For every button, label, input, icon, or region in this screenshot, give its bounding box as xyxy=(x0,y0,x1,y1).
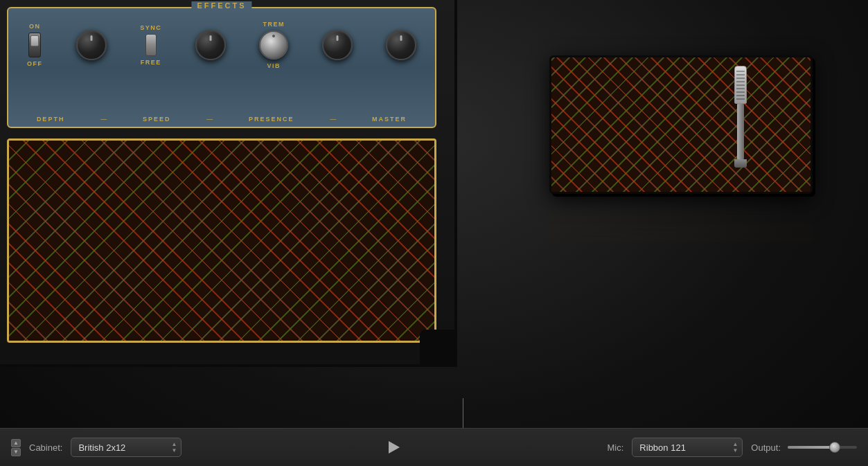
mic-dropdown-up-arrow: ▲ xyxy=(732,442,738,447)
master-knob-group xyxy=(386,30,416,60)
corner-bracket-inner xyxy=(420,330,454,364)
presence-knob-group xyxy=(322,30,353,60)
off-label: OFF xyxy=(27,60,43,67)
on-off-toggle[interactable] xyxy=(28,33,41,57)
output-slider-thumb[interactable] xyxy=(829,442,840,453)
speed-knob[interactable] xyxy=(195,30,226,60)
sync-label: SYNC xyxy=(140,24,161,31)
amp-body: EFFECTS ON OFF SYNC FREE xyxy=(0,0,457,367)
cabinet-grille xyxy=(551,57,811,192)
toggle-lever xyxy=(30,35,39,46)
trem-vib-toggle[interactable] xyxy=(259,30,288,60)
speed-knob-group xyxy=(195,30,226,60)
output-slider-fill xyxy=(788,446,833,449)
bottom-toolbar: ▲ ▼ Cabinet: British 2x12 ▲ ▼ Mic: Ribbo… xyxy=(0,428,868,466)
cabinet-dropdown[interactable]: British 2x12 ▲ ▼ xyxy=(71,438,181,457)
cabinet-dropdown-up-arrow: ▲ xyxy=(172,442,177,447)
presence-knob[interactable] xyxy=(322,30,353,60)
output-section: Output: xyxy=(751,442,857,453)
mic-value: Ribbon 121 xyxy=(639,442,686,453)
cabinet-label: Cabinet: xyxy=(29,442,62,453)
presence-bottom-label: PRESENCE xyxy=(249,116,294,123)
mic-dropdown[interactable]: Ribbon 121 ▲ ▼ xyxy=(632,438,743,457)
cabinet-stepper-up[interactable]: ▲ xyxy=(11,439,21,447)
master-knob[interactable] xyxy=(386,30,416,60)
trem-label: TREM xyxy=(263,21,285,28)
effects-bottom-labels: DEPTH — SPEED — PRESENCE — MASTER xyxy=(8,116,435,123)
mic-dropdown-down-arrow: ▼ xyxy=(732,448,738,454)
depth-knob[interactable] xyxy=(76,30,107,60)
on-label: ON xyxy=(29,23,41,30)
cabinet-right xyxy=(549,55,813,194)
depth-knob-group xyxy=(76,30,107,60)
knobs-row: ON OFF SYNC FREE TREM xyxy=(17,14,427,69)
grille-pattern xyxy=(9,141,434,341)
on-off-toggle-group: ON OFF xyxy=(27,23,43,67)
cabinet-reflection xyxy=(549,201,813,242)
effects-panel: EFFECTS ON OFF SYNC FREE xyxy=(7,7,436,128)
speed-bottom-label: SPEED xyxy=(143,116,171,123)
free-label: FREE xyxy=(141,59,161,66)
master-bottom-label: MASTER xyxy=(372,116,407,123)
cabinet-dropdown-arrows: ▲ ▼ xyxy=(172,442,177,454)
mic-base xyxy=(734,159,747,168)
cabinet-box xyxy=(549,55,813,194)
speaker-grille xyxy=(7,138,436,343)
trem-vib-group: TREM VIB xyxy=(259,21,288,69)
sync-toggle-group: SYNC FREE xyxy=(140,24,161,66)
sync-toggle[interactable] xyxy=(145,34,157,56)
effects-label: EFFECTS xyxy=(191,1,251,10)
mic-dropdown-arrows: ▲ ▼ xyxy=(732,442,738,454)
corner-bracket xyxy=(413,323,454,364)
vib-label: VIB xyxy=(267,62,281,69)
cabinet-stepper[interactable]: ▲ ▼ xyxy=(11,439,21,456)
output-slider[interactable] xyxy=(788,446,857,449)
cabinet-stepper-down[interactable]: ▼ xyxy=(11,448,21,456)
mic-label: Mic: xyxy=(608,442,624,453)
microphone[interactable] xyxy=(734,66,747,177)
mic-body xyxy=(737,104,744,159)
cabinet-dropdown-down-arrow: ▼ xyxy=(172,448,177,454)
mic-head xyxy=(734,66,747,104)
depth-bottom-label: DEPTH xyxy=(37,116,65,123)
output-label: Output: xyxy=(751,442,781,453)
cabinet-value: British 2x12 xyxy=(78,442,125,453)
play-icon xyxy=(389,441,400,454)
play-button[interactable] xyxy=(386,439,402,456)
